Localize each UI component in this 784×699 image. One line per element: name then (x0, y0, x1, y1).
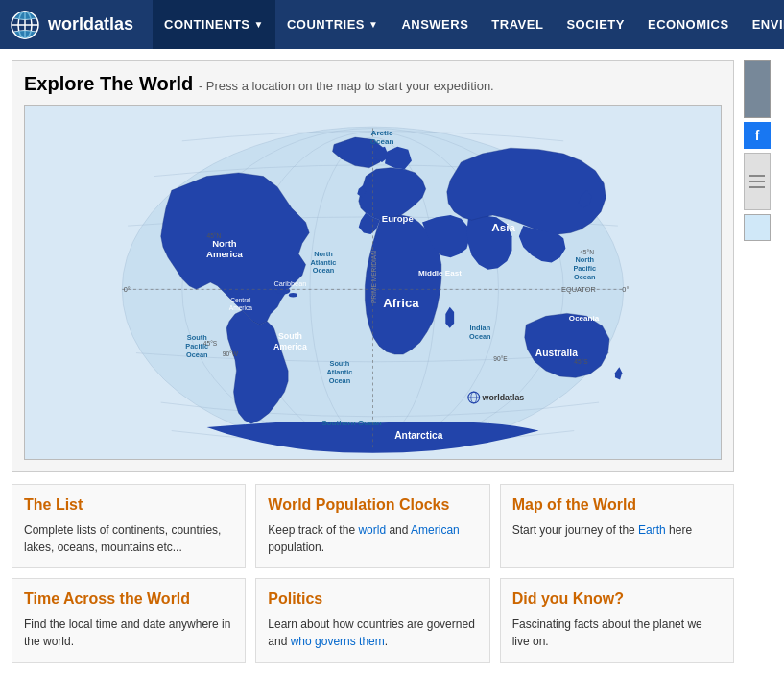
svg-text:America: America (229, 304, 253, 311)
nav-item-answers[interactable]: ANSWERS (390, 0, 480, 49)
card-map-of-the-world-title: Map of the World (512, 496, 722, 514)
explore-box: Explore The World - Press a location on … (12, 60, 734, 472)
continents-dropdown-arrow: ▼ (254, 19, 264, 30)
sidebar-box (744, 214, 771, 241)
svg-text:South: South (187, 333, 207, 342)
svg-text:Pacific: Pacific (185, 342, 208, 350)
card-politics-text: Learn about how countries are governed a… (268, 615, 477, 650)
american-link[interactable]: American (411, 523, 460, 537)
facebook-icon[interactable]: f (744, 122, 771, 149)
explore-title: Explore The World - Press a location on … (24, 73, 722, 95)
scroll-line-2 (749, 181, 765, 182)
nav-list: CONTINENTS ▼ COUNTRIES ▼ ANSWERS TRAVEL … (153, 0, 784, 49)
svg-text:90°E: 90°E (493, 355, 508, 362)
svg-text:Middle East: Middle East (418, 269, 462, 277)
scroll-widget[interactable] (744, 153, 771, 210)
main-nav: worldatlas CONTINENTS ▼ COUNTRIES ▼ ANSW… (0, 0, 784, 49)
svg-text:North: North (314, 250, 333, 258)
world-map-svg[interactable]: 0° 0° EQUATOR 45°N 45°N 45°S 45°S 90°W 9… (25, 106, 721, 459)
logo-link[interactable]: worldatlas (10, 10, 133, 40)
nav-item-countries[interactable]: COUNTRIES ▼ (275, 0, 390, 49)
svg-point-11 (289, 293, 297, 297)
svg-text:0°: 0° (124, 285, 131, 294)
svg-text:Atlantic: Atlantic (326, 368, 352, 376)
card-time-across-the-world-title: Time Across the World (24, 591, 233, 608)
card-time-across-the-world[interactable]: Time Across the World Find the local tim… (12, 578, 246, 663)
world-map[interactable]: 0° 0° EQUATOR 45°N 45°N 45°S 45°S 90°W 9… (24, 105, 722, 460)
svg-text:90°W: 90°W (223, 350, 239, 357)
svg-text:Australia: Australia (535, 348, 578, 358)
explore-subtitle: - Press a location on the map to start y… (199, 79, 494, 93)
svg-text:Southern Ocean: Southern Ocean (321, 419, 381, 427)
scroll-line-3 (749, 186, 765, 188)
card-did-you-know[interactable]: Did you Know? Fascinating facts about th… (500, 578, 734, 663)
svg-text:Ocean: Ocean (329, 376, 351, 385)
card-map-of-the-world[interactable]: Map of the World Start your journey of t… (500, 484, 734, 568)
svg-text:Ocean: Ocean (574, 273, 596, 281)
svg-text:America: America (206, 249, 243, 259)
main-wrapper: Explore The World - Press a location on … (0, 49, 784, 674)
svg-text:Central: Central (230, 297, 251, 303)
card-the-list[interactable]: The List Complete lists of continents, c… (12, 484, 246, 568)
nav-item-environment[interactable]: ENVIRONMENT (741, 0, 784, 49)
svg-text:EQUATOR: EQUATOR (561, 285, 596, 294)
card-politics-title: Politics (268, 591, 477, 608)
card-the-list-text: Complete lists of continents, countries,… (24, 521, 233, 556)
right-sidebar: f (744, 60, 772, 663)
svg-text:Antarctica: Antarctica (394, 430, 443, 441)
svg-text:0°: 0° (622, 285, 629, 294)
svg-text:North: North (575, 255, 594, 264)
world-link[interactable]: world (358, 523, 386, 537)
svg-text:Arctic: Arctic (371, 129, 393, 137)
card-world-population-clocks-text: Keep track of the world and American pop… (268, 521, 477, 556)
svg-text:45°S: 45°S (574, 358, 588, 365)
svg-text:North: North (212, 238, 237, 249)
svg-text:Ocean: Ocean (186, 350, 208, 359)
svg-text:worldatlas: worldatlas (482, 393, 525, 402)
card-world-population-clocks[interactable]: World Population Clocks Keep track of th… (255, 484, 489, 568)
nav-item-economics[interactable]: ECONOMICS (636, 0, 741, 49)
svg-text:Ocean: Ocean (469, 332, 491, 341)
nav-item-travel[interactable]: TRAVEL (480, 0, 555, 49)
svg-text:Indian: Indian (470, 324, 491, 332)
card-did-you-know-title: Did you Know? (512, 591, 722, 608)
earth-link[interactable]: Earth (638, 523, 666, 537)
card-did-you-know-text: Fascinating facts about the planet we li… (512, 615, 722, 650)
card-world-population-clocks-title: World Population Clocks (268, 496, 477, 514)
svg-text:PRIME MERIDIAN: PRIME MERIDIAN (370, 251, 377, 303)
countries-dropdown-arrow: ▼ (368, 19, 378, 30)
svg-text:Pacific: Pacific (573, 264, 596, 273)
svg-text:Asia: Asia (491, 221, 515, 233)
sidebar-thumbnail (744, 60, 771, 118)
svg-text:Atlantic: Atlantic (310, 258, 336, 267)
cards-grid: The List Complete lists of continents, c… (12, 484, 734, 663)
scroll-line-1 (749, 175, 765, 177)
who-governs-link[interactable]: who governs them (291, 635, 385, 648)
card-the-list-title: The List (24, 496, 233, 514)
svg-text:45°N: 45°N (580, 249, 594, 255)
svg-text:South: South (278, 331, 302, 341)
card-time-across-the-world-text: Find the local time and date anywhere in… (24, 615, 233, 650)
svg-text:America: America (273, 342, 307, 351)
svg-text:Africa: Africa (383, 296, 419, 310)
svg-text:Ocean: Ocean (313, 266, 335, 275)
svg-text:Ocean: Ocean (370, 137, 394, 146)
nav-item-continents[interactable]: CONTINENTS ▼ (153, 0, 275, 49)
nav-item-society[interactable]: SOCIETY (555, 0, 636, 49)
logo-text: worldatlas (48, 14, 133, 35)
left-content: Explore The World - Press a location on … (12, 60, 734, 663)
card-politics[interactable]: Politics Learn about how countries are g… (255, 578, 489, 663)
svg-text:Caribbean: Caribbean (273, 279, 306, 288)
card-map-of-the-world-text: Start your journey of the Earth here (512, 521, 722, 539)
svg-text:Europe: Europe (382, 213, 414, 224)
svg-text:Oceania: Oceania (569, 314, 600, 323)
globe-icon (10, 10, 40, 40)
svg-text:South: South (329, 359, 349, 368)
